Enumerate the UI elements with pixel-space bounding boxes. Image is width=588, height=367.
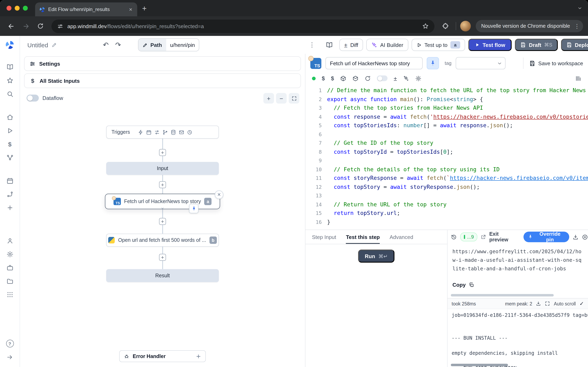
- auto-scroll-checkbox[interactable]: ✓: [579, 300, 584, 307]
- browser-tab[interactable]: Edit Flow u/henri/pin_results ×: [35, 2, 137, 16]
- remove-step-button[interactable]: ✕: [215, 191, 223, 199]
- log-body[interactable]: job=019634fd-e186-211f-5364-d3e4385d57f9…: [448, 309, 588, 367]
- download-logs-icon[interactable]: [536, 301, 541, 306]
- sidebar-collapse-button[interactable]: [3, 350, 16, 364]
- bookmark-star-icon[interactable]: [422, 23, 429, 29]
- insert-step-button[interactable]: +: [159, 181, 166, 188]
- webhook-icon[interactable]: [138, 129, 144, 135]
- diff-button[interactable]: ±Diff: [339, 39, 363, 51]
- sidebar-workers-button[interactable]: [3, 261, 16, 275]
- package-lock-icon[interactable]: [352, 75, 359, 81]
- result-node[interactable]: Result: [106, 269, 219, 282]
- download-icon[interactable]: [572, 234, 579, 240]
- sidebar-users-button[interactable]: [3, 234, 16, 248]
- step-title-input[interactable]: [325, 57, 423, 69]
- dataflow-toggle[interactable]: [26, 95, 39, 101]
- flow-graph[interactable]: Dataflow + − Triggers: [20, 88, 305, 367]
- redo-button[interactable]: ↷: [112, 41, 124, 49]
- static-inputs-row[interactable]: $ All Static Inputs: [24, 73, 301, 88]
- minimize-window-button[interactable]: [15, 6, 20, 11]
- copy-row[interactable]: Copy: [448, 277, 588, 289]
- path-edit-button[interactable]: Path: [139, 39, 166, 51]
- code-editor[interactable]: 1// Define the main function to fetch th…: [305, 84, 588, 230]
- test-flow-button[interactable]: Test flow: [468, 39, 512, 51]
- diff-icon[interactable]: ±: [394, 75, 397, 82]
- http-route-icon[interactable]: [155, 129, 160, 135]
- sidebar-runs-button[interactable]: [3, 124, 16, 137]
- postgres-trigger-icon[interactable]: [171, 129, 176, 135]
- zoom-window-button[interactable]: [23, 6, 28, 11]
- sidebar-home-button[interactable]: [3, 110, 16, 124]
- sidebar-folders-button[interactable]: [3, 275, 16, 288]
- step-b-node[interactable]: Open url and fetch first 500 words of ..…: [106, 234, 219, 247]
- tag-select[interactable]: [456, 57, 505, 69]
- websocket-icon[interactable]: [163, 129, 168, 135]
- input-node[interactable]: Input: [106, 162, 219, 175]
- profile-avatar[interactable]: [460, 21, 471, 31]
- fit-view-button[interactable]: [289, 93, 299, 104]
- log-horizontal-scrollbar[interactable]: [451, 364, 508, 366]
- horizontal-scrollbar[interactable]: [451, 294, 554, 296]
- zoom-out-button[interactable]: −: [276, 93, 287, 104]
- expand-logs-icon[interactable]: [545, 301, 550, 306]
- job-history-badge[interactable]: ...9: [460, 233, 477, 242]
- sidebar-apps-button[interactable]: [3, 288, 16, 301]
- variable-picker-button[interactable]: $: [322, 75, 325, 81]
- chrome-menu-icon[interactable]: ⋮: [574, 23, 580, 29]
- save-to-workspace-button[interactable]: Save to workspace: [523, 58, 583, 69]
- error-handler-node[interactable]: Error Handler: [119, 350, 206, 362]
- poll-trigger-icon[interactable]: [187, 129, 192, 135]
- deploy-button[interactable]: Deploy: [561, 39, 588, 51]
- gear-icon[interactable]: [415, 75, 422, 81]
- reload-icon[interactable]: [365, 75, 371, 81]
- pin-toggle-button[interactable]: [427, 57, 439, 69]
- tab-close-button[interactable]: ×: [128, 6, 133, 13]
- draft-button[interactable]: Draft ⌘S: [515, 39, 558, 51]
- chrome-update-button[interactable]: Nouvelle version de Chrome disponible ⋮: [476, 20, 583, 32]
- ai-wand-icon[interactable]: [403, 75, 409, 81]
- undo-button[interactable]: ↶: [100, 41, 112, 49]
- email-trigger-icon[interactable]: [179, 129, 184, 135]
- sidebar-create-button[interactable]: [3, 201, 16, 215]
- sidebar-resources-button[interactable]: [3, 151, 16, 164]
- tab-advanced[interactable]: Advanced: [389, 230, 413, 244]
- sidebar-variables-button[interactable]: $: [3, 137, 16, 151]
- flow-more-menu-button[interactable]: ⋮: [309, 41, 319, 49]
- schedule-icon[interactable]: [146, 129, 152, 135]
- package-icon[interactable]: [340, 75, 346, 81]
- sidebar-search-button[interactable]: [3, 87, 16, 101]
- insert-step-button[interactable]: +: [159, 218, 166, 225]
- tab-test-this-step[interactable]: Test this step: [346, 230, 380, 244]
- external-link-icon[interactable]: [481, 234, 486, 240]
- docs-button[interactable]: [322, 42, 336, 48]
- pinned-indicator[interactable]: [189, 204, 199, 213]
- windmill-logo[interactable]: [5, 40, 15, 51]
- sidebar-triggers-button[interactable]: [3, 188, 16, 201]
- insert-step-button[interactable]: +: [159, 149, 166, 156]
- sidebar-favorites-button[interactable]: [3, 74, 16, 87]
- sidebar-docs-button[interactable]: [3, 60, 16, 74]
- override-pin-button[interactable]: Override pin: [523, 232, 569, 242]
- zoom-in-button[interactable]: +: [263, 93, 274, 104]
- run-button[interactable]: Run ⌘↵: [358, 250, 394, 263]
- back-button[interactable]: [5, 20, 17, 32]
- resource-picker-button[interactable]: $: [331, 75, 334, 81]
- tab-step-input[interactable]: Step Input: [312, 230, 336, 244]
- new-tab-button[interactable]: +: [142, 4, 147, 12]
- test-up-to-button[interactable]: Test up to a: [411, 39, 465, 51]
- close-window-button[interactable]: [7, 6, 11, 11]
- sidebar-help-button[interactable]: ?: [3, 337, 16, 350]
- flow-settings-row[interactable]: Settings: [24, 56, 301, 71]
- triggers-node[interactable]: Triggers: [106, 125, 219, 139]
- edit-title-button[interactable]: [52, 42, 57, 48]
- forward-button[interactable]: [20, 20, 32, 32]
- insert-step-button[interactable]: +: [159, 254, 166, 261]
- exit-preview-button[interactable]: Exit preview: [489, 231, 518, 243]
- address-bar[interactable]: app.windmill.dev/flows/edit/u/henri/pin_…: [52, 19, 434, 33]
- step-a-node[interactable]: TS Fetch url of HackerNews top story a ✕: [105, 194, 220, 209]
- editor-toggle[interactable]: [377, 75, 388, 81]
- extensions-button[interactable]: [439, 20, 451, 32]
- library-panel-icon[interactable]: [575, 75, 581, 81]
- circle-x-icon[interactable]: [582, 234, 588, 240]
- history-icon[interactable]: [451, 234, 457, 240]
